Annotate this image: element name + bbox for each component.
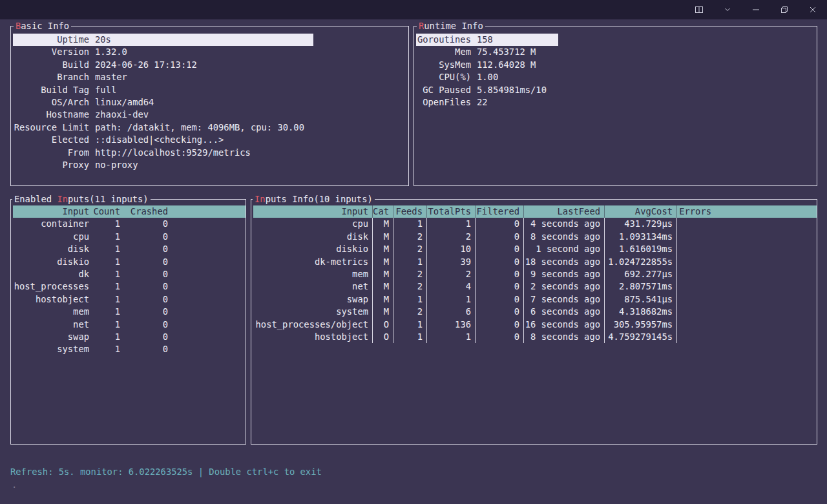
row-label: Hostname	[13, 109, 89, 121]
table-cell: 8 seconds ago	[524, 231, 605, 243]
table-cell: 0	[476, 306, 524, 318]
titlebar	[0, 0, 827, 19]
table-row[interactable]: host_processes/objectO1136016 seconds ag…	[253, 319, 817, 331]
table-cell: 0	[476, 231, 524, 243]
table-cell: net	[13, 319, 93, 331]
table-cell: 2	[393, 268, 427, 280]
info-row[interactable]: CPU(%)1.00	[416, 71, 817, 83]
table-row[interactable]: system10	[13, 343, 246, 355]
table-cell: 6 seconds ago	[524, 306, 605, 318]
table-cell: 7 seconds ago	[524, 293, 605, 306]
table-cell: dk-metrics	[253, 256, 373, 268]
column-header: Cat	[373, 205, 393, 218]
info-row[interactable]: Fromhttp://localhost:9529/metrics	[13, 147, 408, 159]
table-cell: cpu	[13, 231, 93, 243]
column-header: Filtered	[476, 205, 524, 218]
new-tab-dropdown-button[interactable]	[713, 0, 742, 19]
minimize-icon	[751, 5, 760, 14]
table-cell: 4.318682ms	[605, 306, 677, 318]
table-cell: 0	[476, 256, 524, 268]
close-button[interactable]	[799, 0, 827, 19]
table-cell	[677, 293, 715, 306]
table-row[interactable]: diskio10	[13, 256, 246, 268]
info-row[interactable]: Version1.32.0	[13, 46, 408, 58]
info-row[interactable]: SysMem112.64028 M	[416, 59, 817, 71]
split-pane-icon	[695, 5, 704, 14]
table-cell	[677, 243, 715, 255]
info-row[interactable]: OS/Archlinux/amd64	[13, 96, 408, 109]
table-cell: dk	[13, 268, 93, 280]
info-row[interactable]: Goroutines158	[416, 34, 558, 46]
table-cell: O	[373, 331, 393, 343]
table-row[interactable]: hostobject10	[13, 293, 246, 306]
info-row[interactable]: OpenFiles22	[416, 96, 817, 109]
chevron-down-icon	[723, 5, 732, 14]
table-cell: 0	[476, 331, 524, 343]
table-header-row: InputCountCrashed	[13, 205, 246, 218]
row-label: Goroutines	[416, 34, 471, 46]
table-cell: 1	[93, 331, 124, 343]
table-row[interactable]: swap10	[13, 331, 246, 343]
table-row[interactable]: mem10	[13, 306, 246, 318]
table-row[interactable]: systemM2606 seconds ago4.318682ms	[253, 306, 817, 318]
info-row[interactable]: Proxyno-proxy	[13, 159, 408, 171]
table-cell: M	[373, 280, 393, 293]
column-header: Errors	[677, 205, 715, 218]
table-cell: 305.95957ms	[605, 319, 677, 331]
info-row[interactable]: Branchmaster	[13, 71, 408, 83]
table-cell: 8 seconds ago	[524, 331, 605, 343]
table-row[interactable]: net10	[13, 319, 246, 331]
table-cell: M	[373, 218, 393, 230]
table-row[interactable]: hostobjectO1108 seconds ago4.759279145s	[253, 331, 817, 343]
table-row[interactable]: swapM1107 seconds ago875.541µs	[253, 293, 817, 306]
table-cell: container	[13, 218, 93, 230]
table-row[interactable]: netM2402 seconds ago2.807571ms	[253, 280, 817, 293]
table-cell: 0	[124, 256, 172, 268]
table-row[interactable]: diskioM21001 second ago1.616019ms	[253, 243, 817, 255]
info-row[interactable]: Build Tagfull	[13, 84, 408, 96]
table-cell: 1 second ago	[524, 243, 605, 255]
table-cell: net	[253, 280, 373, 293]
table-cell: 0	[124, 306, 172, 318]
table-cell: 1	[93, 306, 124, 318]
table-row[interactable]: host_processes10	[13, 280, 246, 293]
table-row[interactable]: disk10	[13, 243, 246, 255]
table-cell	[677, 306, 715, 318]
minimize-button[interactable]	[742, 0, 770, 19]
table-cell: 9 seconds ago	[524, 268, 605, 280]
table-cell	[677, 256, 715, 268]
table-cell: M	[373, 268, 393, 280]
table-row[interactable]: cpu10	[13, 231, 246, 243]
info-row[interactable]: Build2024-06-26 17:13:12	[13, 59, 408, 71]
table-cell: M	[373, 256, 393, 268]
table-cell: 0	[476, 319, 524, 331]
info-row[interactable]: GC Paused5.854981ms/10	[416, 84, 817, 96]
table-row[interactable]: diskM2208 seconds ago1.093134ms	[253, 231, 817, 243]
table-row[interactable]: memM2209 seconds ago692.277µs	[253, 268, 817, 280]
row-value: linux/amd64	[95, 96, 154, 109]
table-cell: 875.541µs	[605, 293, 677, 306]
info-row[interactable]: Mem75.453712 M	[416, 46, 817, 58]
info-row[interactable]: Hostnamezhaoxi-dev	[13, 109, 408, 121]
restore-button[interactable]	[770, 0, 799, 19]
close-icon	[808, 5, 817, 14]
row-label: OpenFiles	[416, 96, 471, 109]
table-row[interactable]: container10	[13, 218, 246, 230]
table-row[interactable]: dk10	[13, 268, 246, 280]
info-row[interactable]: Elected::disabled|<checking...>	[13, 134, 408, 146]
table-cell: 4 seconds ago	[524, 218, 605, 230]
row-label: Build	[13, 59, 89, 71]
table-cell: mem	[13, 306, 93, 318]
split-pane-button[interactable]	[685, 0, 713, 19]
column-header: LastFeed	[524, 205, 605, 218]
info-row[interactable]: Resource Limitpath: /datakit, mem: 4096M…	[13, 121, 408, 134]
table-cell: 0	[476, 280, 524, 293]
column-header: Count	[93, 205, 124, 218]
table-row[interactable]: dk-metricsM139018 seconds ago1.024722855…	[253, 256, 817, 268]
inputs-info-table: InputCatFeedsTotalPtsFilteredLastFeedAvg…	[253, 205, 817, 343]
table-row[interactable]: cpuM1104 seconds ago431.729µs	[253, 218, 817, 230]
row-label: Resource Limit	[13, 121, 89, 134]
table-cell: 2	[427, 231, 476, 243]
info-row[interactable]: Uptime20s	[13, 34, 313, 46]
row-label: Proxy	[13, 159, 89, 171]
